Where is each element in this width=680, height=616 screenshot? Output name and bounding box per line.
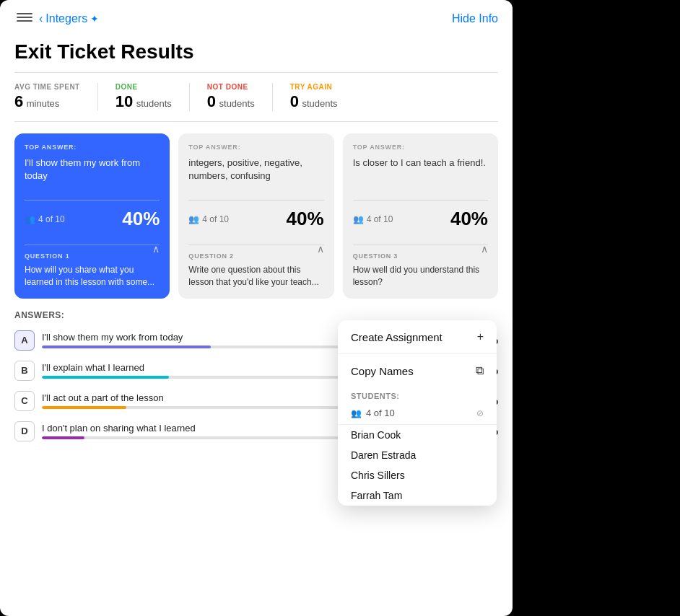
hide-info-button[interactable]: Hide Info (452, 12, 498, 25)
questions-row: TOP ANSWER: I'll show them my work from … (0, 122, 513, 299)
stat-try-again-label: TRY AGAIN (290, 83, 338, 91)
people-icon-1: 👥 (25, 214, 35, 224)
card-2-percent: 40% (287, 208, 324, 230)
answer-b-letter-text: B (21, 365, 27, 376)
students-people-icon: 👥 (351, 408, 362, 418)
card-3-count-text: 4 of 10 (367, 214, 393, 224)
students-subpanel: STUDENTS: 👥 4 of 10 ⊘ Brian Cook Daren E… (338, 387, 497, 506)
sidebar-toggle-button[interactable] (14, 9, 35, 29)
card-1-bottom: ∧ QUESTION 1 How will you share what you… (14, 237, 170, 299)
stat-not-done-label: NOT DONE (207, 83, 255, 91)
people-icon-2: 👥 (188, 214, 199, 224)
breadcrumb-link[interactable]: ‹ Integers ✦ (39, 12, 99, 25)
answer-letter-d: D (14, 421, 35, 441)
context-popup: Create Assignment + Copy Names ⧉ STUDENT… (338, 320, 497, 506)
card-3-question-label: QUESTION 3 (353, 252, 488, 260)
stats-row: AVG TIME SPENT 6 minutes DONE 10 student… (0, 73, 513, 121)
card-2-question-text: Write one question about this lesson tha… (188, 264, 323, 289)
card-1-top-answer-label: TOP ANSWER: (25, 144, 160, 151)
card-1-question-text: How will you share what you learned in t… (25, 264, 160, 289)
page-title: Exit Ticket Results (0, 35, 513, 72)
card-1-top: TOP ANSWER: I'll show them my work from … (14, 133, 170, 200)
create-assignment-label: Create Assignment (351, 331, 443, 343)
main-panel: ‹ Integers ✦ Hide Info Exit Ticket Resul… (0, 0, 513, 616)
card-3-top: TOP ANSWER: Is closer to I can teach a f… (343, 133, 498, 200)
stat-avg-time: AVG TIME SPENT 6 minutes (14, 83, 98, 111)
answer-d-bar (42, 436, 84, 439)
card-3-top-answer-label: TOP ANSWER: (353, 144, 488, 151)
card-2-bottom: ∧ QUESTION 2 Write one question about th… (178, 237, 334, 299)
stat-try-again: TRY AGAIN 0 students (290, 83, 355, 111)
card-1-bottom-divider (25, 245, 160, 245)
card-3-percent: 40% (450, 208, 488, 230)
answer-c-letter-text: C (21, 395, 27, 406)
card-2-bottom-divider (188, 245, 323, 245)
students-count: 4 of 10 (366, 408, 395, 418)
stat-not-done-unit: students (219, 98, 255, 109)
stat-done-unit: students (136, 98, 172, 109)
card-3-bottom-divider (353, 245, 488, 245)
sparkle-icon: ✦ (90, 13, 99, 25)
card-1-top-answer-text: I'll show them my work from today (25, 157, 160, 193)
card-3-bottom: ∧ QUESTION 3 How well did you understand… (343, 237, 498, 299)
students-count-icon: ⊘ (476, 408, 484, 418)
back-chevron-icon: ‹ (39, 12, 43, 25)
students-count-row: 👥 4 of 10 ⊘ (338, 403, 497, 425)
card-3-stats: 👥 4 of 10 40% (343, 201, 498, 237)
sidebar-icon (17, 13, 32, 25)
stat-avg-time-unit: minutes (27, 98, 60, 109)
stat-not-done-value: 0 (207, 92, 216, 110)
card-3-top-answer-text: Is closer to I can teach a friend!. (353, 157, 488, 193)
card-2-count-text: 4 of 10 (202, 214, 229, 224)
card-1-student-count: 👥 4 of 10 (25, 214, 65, 224)
student-name-1: Daren Estrada (338, 445, 497, 465)
copy-icon: ⧉ (476, 364, 484, 377)
answer-d-letter-text: D (21, 426, 27, 436)
card-2-student-count: 👥 4 of 10 (188, 214, 229, 224)
create-assignment-item[interactable]: Create Assignment + (338, 320, 497, 354)
card-2-top-answer-label: TOP ANSWER: (188, 144, 323, 151)
stat-avg-time-label: AVG TIME SPENT (14, 83, 80, 91)
copy-names-item[interactable]: Copy Names ⧉ (338, 354, 497, 387)
card-3-question-text: How well did you understand this lesson? (353, 264, 488, 289)
answer-a-letter-text: A (21, 335, 27, 346)
question-card-3[interactable]: TOP ANSWER: Is closer to I can teach a f… (343, 133, 498, 299)
header-left: ‹ Integers ✦ (14, 9, 99, 29)
answers-label: ANSWERS: (14, 310, 498, 320)
stat-done: DONE 10 students (115, 83, 190, 111)
card-2-question-label: QUESTION 2 (188, 252, 323, 260)
breadcrumb-label: Integers (45, 12, 87, 25)
answer-letter-c: C (14, 391, 35, 411)
student-name-0: Brian Cook (338, 425, 497, 445)
question-card-2[interactable]: TOP ANSWER: integers, positive, negative… (178, 133, 334, 299)
card-2-top: TOP ANSWER: integers, positive, negative… (178, 133, 334, 200)
plus-icon: + (477, 330, 484, 343)
card-1-question-label: QUESTION 1 (25, 252, 160, 260)
student-name-3: Farrah Tam (338, 485, 497, 506)
stat-done-value: 10 (115, 92, 133, 110)
stat-avg-time-value: 6 (14, 92, 23, 110)
card-1-stats: 👥 4 of 10 40% (14, 201, 170, 237)
card-2-stats: 👥 4 of 10 40% (178, 201, 334, 237)
answer-b-bar (42, 376, 169, 379)
stat-done-label: DONE (115, 83, 172, 91)
card-3-student-count: 👥 4 of 10 (353, 214, 393, 224)
answer-c-bar (42, 406, 126, 409)
card-1-count-text: 4 of 10 (38, 214, 65, 224)
stat-not-done: NOT DONE 0 students (207, 83, 273, 111)
card-2-top-answer-text: integers, positive, negative, numbers, c… (188, 157, 323, 193)
students-header: STUDENTS: (338, 387, 497, 403)
card-1-percent: 40% (122, 208, 160, 230)
stat-try-again-unit: students (302, 98, 337, 109)
copy-names-label: Copy Names (351, 365, 414, 377)
question-card-1[interactable]: TOP ANSWER: I'll show them my work from … (14, 133, 170, 299)
answer-letter-b: B (14, 361, 35, 381)
people-icon-3: 👥 (353, 214, 364, 224)
answer-a-bar (42, 346, 211, 348)
student-name-2: Chris Sillers (338, 465, 497, 485)
answer-letter-a: A (14, 330, 35, 351)
header: ‹ Integers ✦ Hide Info (0, 0, 513, 35)
stat-try-again-value: 0 (290, 92, 299, 110)
